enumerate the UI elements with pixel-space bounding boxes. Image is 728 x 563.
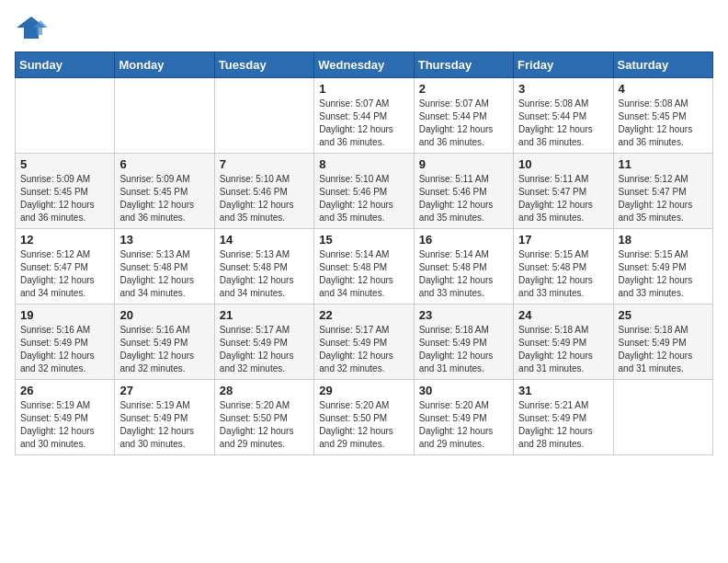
calendar-cell: 11Sunrise: 5:12 AM Sunset: 5:47 PM Dayli… xyxy=(613,154,712,229)
calendar-cell: 18Sunrise: 5:15 AM Sunset: 5:49 PM Dayli… xyxy=(613,229,712,304)
calendar-week-row: 5Sunrise: 5:09 AM Sunset: 5:45 PM Daylig… xyxy=(16,154,713,229)
day-number: 20 xyxy=(119,308,209,322)
day-number: 21 xyxy=(220,308,309,322)
day-info: Sunrise: 5:10 AM Sunset: 5:46 PM Dayligh… xyxy=(319,173,408,224)
calendar-cell: 30Sunrise: 5:20 AM Sunset: 5:49 PM Dayli… xyxy=(414,380,513,455)
day-number: 19 xyxy=(20,308,109,322)
calendar-week-row: 26Sunrise: 5:19 AM Sunset: 5:49 PM Dayli… xyxy=(16,380,713,455)
day-info: Sunrise: 5:20 AM Sunset: 5:50 PM Dayligh… xyxy=(220,399,309,451)
day-info: Sunrise: 5:08 AM Sunset: 5:44 PM Dayligh… xyxy=(518,98,608,149)
day-info: Sunrise: 5:18 AM Sunset: 5:49 PM Dayligh… xyxy=(619,324,708,375)
calendar-cell: 19Sunrise: 5:16 AM Sunset: 5:49 PM Dayli… xyxy=(16,304,115,380)
day-number: 2 xyxy=(419,82,508,96)
day-info: Sunrise: 5:15 AM Sunset: 5:49 PM Dayligh… xyxy=(619,248,708,300)
day-number: 31 xyxy=(518,384,608,397)
day-number: 18 xyxy=(619,233,708,247)
weekday-header-row: SundayMondayTuesdayWednesdayThursdayFrid… xyxy=(16,52,713,78)
day-info: Sunrise: 5:13 AM Sunset: 5:48 PM Dayligh… xyxy=(220,248,309,300)
day-info: Sunrise: 5:21 AM Sunset: 5:49 PM Dayligh… xyxy=(518,399,608,451)
day-number: 16 xyxy=(419,233,508,247)
day-info: Sunrise: 5:09 AM Sunset: 5:45 PM Dayligh… xyxy=(20,173,109,224)
day-info: Sunrise: 5:11 AM Sunset: 5:47 PM Dayligh… xyxy=(518,173,608,224)
day-number: 15 xyxy=(319,233,408,247)
calendar-cell: 23Sunrise: 5:18 AM Sunset: 5:49 PM Dayli… xyxy=(414,304,513,380)
weekday-header-saturday: Saturday xyxy=(613,52,712,78)
day-info: Sunrise: 5:16 AM Sunset: 5:49 PM Dayligh… xyxy=(20,324,109,375)
day-info: Sunrise: 5:10 AM Sunset: 5:46 PM Dayligh… xyxy=(220,173,309,224)
calendar-cell: 16Sunrise: 5:14 AM Sunset: 5:48 PM Dayli… xyxy=(414,229,513,304)
day-info: Sunrise: 5:17 AM Sunset: 5:49 PM Dayligh… xyxy=(319,324,408,375)
day-info: Sunrise: 5:17 AM Sunset: 5:49 PM Dayligh… xyxy=(220,324,309,375)
calendar-cell: 27Sunrise: 5:19 AM Sunset: 5:49 PM Dayli… xyxy=(115,380,214,455)
calendar-cell: 13Sunrise: 5:13 AM Sunset: 5:48 PM Dayli… xyxy=(115,229,214,304)
day-number: 29 xyxy=(319,384,408,397)
calendar-cell: 14Sunrise: 5:13 AM Sunset: 5:48 PM Dayli… xyxy=(214,229,313,304)
calendar-cell xyxy=(214,78,313,154)
day-info: Sunrise: 5:08 AM Sunset: 5:45 PM Dayligh… xyxy=(619,98,708,149)
day-number: 5 xyxy=(20,157,109,171)
calendar-cell xyxy=(115,78,214,154)
calendar-cell: 17Sunrise: 5:15 AM Sunset: 5:48 PM Dayli… xyxy=(514,229,613,304)
day-info: Sunrise: 5:20 AM Sunset: 5:50 PM Dayligh… xyxy=(319,399,408,451)
day-number: 10 xyxy=(518,157,608,171)
calendar-cell: 22Sunrise: 5:17 AM Sunset: 5:49 PM Dayli… xyxy=(314,304,414,380)
day-number: 4 xyxy=(619,82,708,96)
day-info: Sunrise: 5:16 AM Sunset: 5:49 PM Dayligh… xyxy=(119,324,209,375)
day-number: 1 xyxy=(319,82,408,96)
day-number: 24 xyxy=(518,308,608,322)
calendar-cell: 2Sunrise: 5:07 AM Sunset: 5:44 PM Daylig… xyxy=(414,78,513,154)
calendar-cell: 25Sunrise: 5:18 AM Sunset: 5:49 PM Dayli… xyxy=(613,304,712,380)
day-info: Sunrise: 5:07 AM Sunset: 5:44 PM Dayligh… xyxy=(319,98,408,149)
day-number: 25 xyxy=(619,308,708,322)
day-number: 28 xyxy=(220,384,309,397)
calendar-table: SundayMondayTuesdayWednesdayThursdayFrid… xyxy=(15,52,713,455)
logo xyxy=(15,15,51,40)
day-info: Sunrise: 5:09 AM Sunset: 5:45 PM Dayligh… xyxy=(119,173,209,224)
weekday-header-sunday: Sunday xyxy=(16,52,115,78)
calendar-cell: 12Sunrise: 5:12 AM Sunset: 5:47 PM Dayli… xyxy=(16,229,115,304)
weekday-header-friday: Friday xyxy=(514,52,613,78)
day-number: 13 xyxy=(119,233,209,247)
calendar-week-row: 1Sunrise: 5:07 AM Sunset: 5:44 PM Daylig… xyxy=(16,78,713,154)
calendar-cell: 8Sunrise: 5:10 AM Sunset: 5:46 PM Daylig… xyxy=(314,154,414,229)
day-info: Sunrise: 5:18 AM Sunset: 5:49 PM Dayligh… xyxy=(518,324,608,375)
day-number: 6 xyxy=(119,157,209,171)
calendar-week-row: 12Sunrise: 5:12 AM Sunset: 5:47 PM Dayli… xyxy=(16,229,713,304)
calendar-cell: 29Sunrise: 5:20 AM Sunset: 5:50 PM Dayli… xyxy=(314,380,414,455)
weekday-header-thursday: Thursday xyxy=(414,52,513,78)
calendar-cell: 15Sunrise: 5:14 AM Sunset: 5:48 PM Dayli… xyxy=(314,229,414,304)
calendar-cell: 7Sunrise: 5:10 AM Sunset: 5:46 PM Daylig… xyxy=(214,154,313,229)
day-info: Sunrise: 5:18 AM Sunset: 5:49 PM Dayligh… xyxy=(419,324,508,375)
calendar-cell: 5Sunrise: 5:09 AM Sunset: 5:45 PM Daylig… xyxy=(16,154,115,229)
day-number: 23 xyxy=(419,308,508,322)
calendar-cell: 3Sunrise: 5:08 AM Sunset: 5:44 PM Daylig… xyxy=(514,78,613,154)
day-info: Sunrise: 5:14 AM Sunset: 5:48 PM Dayligh… xyxy=(419,248,508,300)
day-number: 9 xyxy=(419,157,508,171)
day-info: Sunrise: 5:20 AM Sunset: 5:49 PM Dayligh… xyxy=(419,399,508,451)
day-number: 8 xyxy=(319,157,408,171)
day-number: 12 xyxy=(20,233,109,247)
calendar-cell: 28Sunrise: 5:20 AM Sunset: 5:50 PM Dayli… xyxy=(214,380,313,455)
day-number: 17 xyxy=(518,233,608,247)
calendar-cell: 26Sunrise: 5:19 AM Sunset: 5:49 PM Dayli… xyxy=(16,380,115,455)
day-info: Sunrise: 5:12 AM Sunset: 5:47 PM Dayligh… xyxy=(619,173,708,224)
day-number: 3 xyxy=(518,82,608,96)
logo-icon xyxy=(15,15,48,40)
calendar-cell: 4Sunrise: 5:08 AM Sunset: 5:45 PM Daylig… xyxy=(613,78,712,154)
day-info: Sunrise: 5:07 AM Sunset: 5:44 PM Dayligh… xyxy=(419,98,508,149)
day-number: 22 xyxy=(319,308,408,322)
calendar-cell: 24Sunrise: 5:18 AM Sunset: 5:49 PM Dayli… xyxy=(514,304,613,380)
day-info: Sunrise: 5:14 AM Sunset: 5:48 PM Dayligh… xyxy=(319,248,408,300)
calendar-cell: 1Sunrise: 5:07 AM Sunset: 5:44 PM Daylig… xyxy=(314,78,414,154)
calendar-cell: 10Sunrise: 5:11 AM Sunset: 5:47 PM Dayli… xyxy=(514,154,613,229)
weekday-header-monday: Monday xyxy=(115,52,214,78)
day-number: 11 xyxy=(619,157,708,171)
day-info: Sunrise: 5:19 AM Sunset: 5:49 PM Dayligh… xyxy=(20,399,109,451)
calendar-cell: 9Sunrise: 5:11 AM Sunset: 5:46 PM Daylig… xyxy=(414,154,513,229)
page-header xyxy=(15,15,713,40)
day-number: 30 xyxy=(419,384,508,397)
day-number: 27 xyxy=(119,384,209,397)
calendar-cell: 21Sunrise: 5:17 AM Sunset: 5:49 PM Dayli… xyxy=(214,304,313,380)
calendar-cell xyxy=(613,380,712,455)
calendar-cell xyxy=(16,78,115,154)
